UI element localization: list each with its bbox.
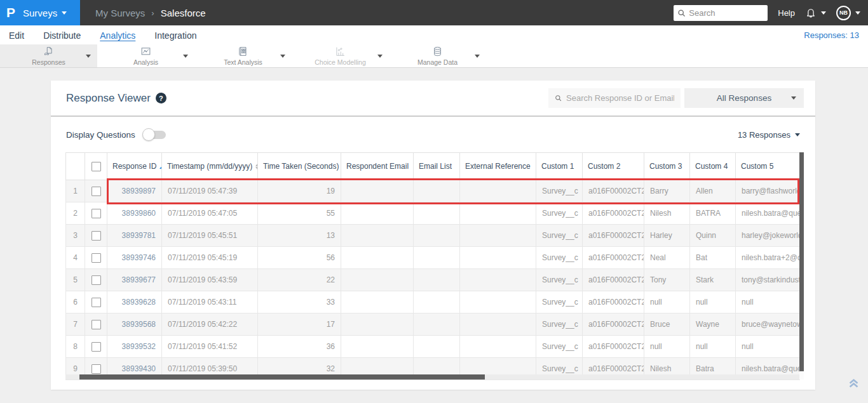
tab-analytics[interactable]: Analytics: [100, 29, 135, 41]
breadcrumb-my-surveys[interactable]: My Surveys: [95, 8, 145, 18]
responses-table: Response IDTimestamp (mm/dd/yyyy)Time Ta…: [65, 152, 800, 380]
cell-response_id[interactable]: 38939532: [107, 336, 162, 358]
global-search-input[interactable]: [689, 8, 762, 18]
cell-response_id[interactable]: 38939897: [107, 180, 162, 202]
responses-document-icon: [43, 46, 55, 57]
table-horizontal-scrollbar[interactable]: [65, 374, 799, 380]
toolbar-item-manage-data[interactable]: Manage Data: [389, 44, 486, 67]
table-row[interactable]: 83893953207/11/2019 05:41:5236Survey__ca…: [66, 336, 800, 358]
horizontal-scrollbar-thumb[interactable]: [79, 374, 485, 380]
table-row[interactable]: 43893974607/11/2019 05:45:1956Survey__ca…: [66, 247, 800, 269]
col-header-custom_5[interactable]: Custom 5: [736, 153, 800, 180]
row-number: 4: [66, 247, 85, 269]
toolbar-item-responses[interactable]: Responses: [0, 44, 97, 67]
row-checkbox[interactable]: [92, 342, 101, 352]
cell-timestamp: 07/11/2019 05:43:59: [162, 269, 258, 291]
select-all-checkbox[interactable]: [92, 162, 101, 171]
table-vertical-scrollbar[interactable]: [799, 152, 804, 380]
cell-time_taken: 19: [258, 180, 341, 202]
vertical-scrollbar-thumb[interactable]: [799, 152, 804, 371]
cell-response_id[interactable]: 38939677: [107, 269, 162, 291]
cell-custom_5: null: [736, 291, 800, 314]
cell-time_taken: 33: [258, 291, 341, 314]
help-link[interactable]: Help: [778, 8, 795, 18]
row-checkbox[interactable]: [92, 209, 101, 218]
notifications-menu[interactable]: [805, 7, 826, 18]
cell-email_list: [414, 269, 460, 291]
col-header-custom_1[interactable]: Custom 1: [536, 153, 583, 180]
cell-custom_4: Allen: [690, 180, 736, 202]
responses-count-dropdown[interactable]: 13 Responses: [738, 130, 800, 140]
table-row[interactable]: 73893956807/11/2019 05:42:2217Survey__ca…: [66, 314, 800, 336]
all-responses-dropdown[interactable]: All Responses: [684, 88, 804, 108]
app-logo-menu[interactable]: P Surveys: [0, 0, 80, 25]
row-checkbox[interactable]: [92, 298, 101, 307]
row-checkbox[interactable]: [92, 275, 101, 285]
col-header-select[interactable]: [85, 153, 107, 180]
col-header-respondent_email[interactable]: Respondent Email: [341, 153, 414, 180]
row-checkbox-cell: [85, 336, 107, 358]
global-search[interactable]: [674, 5, 768, 21]
toolbar-item-label: Analysis: [133, 58, 158, 66]
col-header-custom_4[interactable]: Custom 4: [690, 153, 736, 180]
tab-integration[interactable]: Integration: [154, 29, 196, 41]
table-row[interactable]: 13893989707/11/2019 05:47:3919Survey__ca…: [66, 180, 800, 202]
row-checkbox[interactable]: [92, 320, 101, 329]
table-row[interactable]: 33893978107/11/2019 05:45:5113Survey__ca…: [66, 225, 800, 247]
cell-custom_3: null: [644, 291, 690, 314]
table-row[interactable]: 23893986007/11/2019 05:47:0555Survey__ca…: [66, 202, 800, 225]
response-search[interactable]: [548, 88, 681, 108]
topbar-right-group: Help NB: [674, 5, 868, 21]
cell-response_id[interactable]: 38939568: [107, 314, 162, 336]
col-header-rownum: [66, 153, 85, 180]
row-checkbox[interactable]: [92, 231, 101, 241]
cell-custom_4: null: [690, 336, 736, 358]
filter-selected-value: All Responses: [717, 93, 771, 103]
cell-email_list: [414, 314, 460, 336]
cell-custom_4: Stark: [690, 269, 736, 291]
cell-response_id[interactable]: 38939860: [107, 202, 162, 225]
col-header-email_list[interactable]: Email List: [414, 153, 460, 180]
responses-count[interactable]: Responses: 13: [804, 30, 859, 40]
col-header-time_taken[interactable]: Time Taken (Seconds): [258, 153, 341, 180]
chevron-down-icon: [475, 55, 480, 58]
table-row[interactable]: 53893967707/11/2019 05:43:5922Survey__ca…: [66, 269, 800, 291]
cell-timestamp: 07/11/2019 05:45:51: [162, 225, 258, 247]
cell-custom_1: Survey__c: [536, 336, 583, 358]
scroll-to-top-button[interactable]: [848, 377, 860, 392]
toolbar-item-analysis[interactable]: Analysis: [97, 44, 194, 67]
toolbar-item-choice-modelling[interactable]: Choice Modelling: [292, 44, 389, 67]
col-header-external_reference[interactable]: External Reference: [460, 153, 536, 180]
cell-custom_2: a016F00002CT2Lh: [583, 247, 644, 269]
cell-custom_1: Survey__c: [536, 202, 583, 225]
cell-custom_5: nilesh.batra+2@qu: [736, 247, 800, 269]
row-checkbox[interactable]: [92, 253, 101, 263]
cell-custom_5: harley@jokeworld.: [736, 225, 800, 247]
cell-response_id[interactable]: 38939781: [107, 225, 162, 247]
display-questions-toggle[interactable]: [144, 131, 166, 139]
row-number: 3: [66, 225, 85, 247]
col-header-response_id[interactable]: Response ID: [107, 153, 162, 180]
toolbar-item-text-analysis[interactable]: Text Analysis: [194, 44, 292, 67]
cell-custom_4: Wayne: [690, 314, 736, 336]
table-row[interactable]: 63893962807/11/2019 05:43:1133Survey__ca…: [66, 291, 800, 314]
col-header-timestamp[interactable]: Timestamp (mm/dd/yyyy): [162, 153, 258, 180]
row-number: 5: [66, 269, 85, 291]
cell-time_taken: 56: [258, 247, 341, 269]
col-header-custom_2[interactable]: Custom 2: [583, 153, 644, 180]
cell-response_id[interactable]: 38939746: [107, 247, 162, 269]
tab-edit[interactable]: Edit: [9, 29, 24, 41]
cell-response_id[interactable]: 38939628: [107, 291, 162, 314]
cell-email_list: [414, 202, 460, 225]
account-menu[interactable]: NB: [836, 6, 860, 20]
help-circle-icon[interactable]: ?: [156, 93, 166, 103]
row-checkbox[interactable]: [92, 364, 101, 374]
tab-distribute[interactable]: Distribute: [43, 29, 81, 41]
col-header-custom_3[interactable]: Custom 3: [644, 153, 690, 180]
cell-email_list: [414, 336, 460, 358]
row-checkbox[interactable]: [92, 187, 101, 196]
surveys-menu-label: Surveys: [23, 8, 57, 18]
row-checkbox-cell: [85, 247, 107, 269]
response-search-input[interactable]: [566, 93, 674, 103]
cell-external_reference: [460, 225, 536, 247]
